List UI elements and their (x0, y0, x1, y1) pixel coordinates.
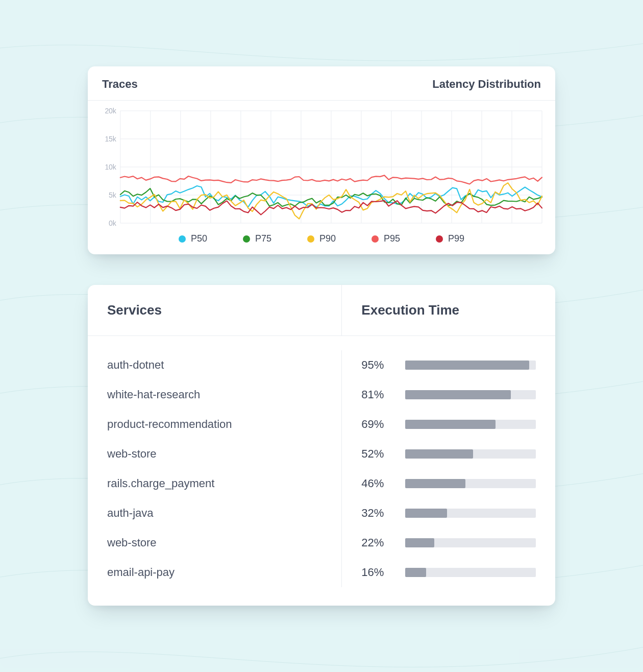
execution-bar-fill (405, 449, 473, 459)
legend-label: P95 (384, 233, 400, 244)
execution-bar (405, 538, 536, 547)
execution-percent: 16% (361, 566, 405, 579)
execution-time-row: 81% (361, 380, 536, 410)
legend-label: P90 (319, 233, 336, 244)
execution-time-header: Execution Time (342, 285, 555, 335)
service-row[interactable]: web-store (107, 439, 322, 469)
legend-dot-icon (436, 235, 443, 243)
service-name: web-store (107, 447, 157, 461)
legend-dot-icon (307, 235, 314, 243)
legend-label: P75 (255, 233, 271, 244)
execution-percent: 22% (361, 536, 405, 549)
execution-bar (405, 390, 536, 399)
service-name: rails.charge_payment (107, 477, 214, 490)
execution-time-row: 46% (361, 469, 536, 498)
execution-bar (405, 420, 536, 429)
legend-label: P99 (448, 233, 464, 244)
execution-bar-fill (405, 479, 465, 488)
execution-percent: 32% (361, 507, 405, 520)
service-name: auth-java (107, 507, 154, 520)
execution-bar (405, 509, 536, 518)
service-row[interactable]: email-api-pay (107, 558, 322, 587)
execution-bar-fill (405, 509, 447, 518)
service-name: product-recommendation (107, 418, 232, 431)
legend-dot-icon (243, 235, 250, 243)
execution-bar (405, 361, 536, 370)
svg-text:5k: 5k (109, 191, 116, 199)
svg-text:0k: 0k (109, 219, 116, 227)
execution-bar-fill (405, 538, 434, 547)
service-row[interactable]: rails.charge_payment (107, 469, 322, 498)
service-name: white-hat-research (107, 388, 200, 401)
legend-dot-icon (372, 235, 379, 243)
execution-time-row: 95% (361, 350, 536, 380)
legend-item-p50[interactable]: P50 (179, 233, 207, 244)
service-row[interactable]: auth-java (107, 498, 322, 528)
chart-title-left: Traces (102, 78, 138, 91)
latency-chart-card: Traces Latency Distribution 20k15k10k5k0… (88, 66, 555, 254)
execution-bar-fill (405, 568, 426, 577)
legend-item-p90[interactable]: P90 (307, 233, 336, 244)
execution-percent: 95% (361, 358, 405, 372)
service-row[interactable]: auth-dotnet (107, 350, 322, 380)
service-row[interactable]: white-hat-research (107, 380, 322, 410)
execution-bar-fill (405, 361, 529, 370)
execution-percent: 81% (361, 388, 405, 401)
legend-label: P50 (191, 233, 207, 244)
service-row[interactable]: web-store (107, 528, 322, 558)
service-name: email-api-pay (107, 566, 175, 579)
service-row[interactable]: product-recommendation (107, 410, 322, 439)
services-header: Services (88, 285, 342, 335)
execution-bar-fill (405, 390, 511, 399)
execution-time-row: 69% (361, 410, 536, 439)
svg-text:15k: 15k (105, 135, 116, 143)
execution-bar (405, 449, 536, 459)
services-card: Services Execution Time auth-dotnetwhite… (88, 285, 555, 606)
execution-time-row: 32% (361, 498, 536, 528)
execution-bar (405, 568, 536, 577)
legend-item-p75[interactable]: P75 (243, 233, 271, 244)
execution-time-row: 52% (361, 439, 536, 469)
execution-bar (405, 479, 536, 488)
service-name: web-store (107, 536, 157, 549)
execution-percent: 46% (361, 477, 405, 490)
service-name: auth-dotnet (107, 358, 164, 372)
latency-line-chart: 20k15k10k5k0k (98, 108, 545, 230)
execution-time-row: 16% (361, 558, 536, 587)
svg-text:10k: 10k (105, 163, 116, 171)
legend-item-p95[interactable]: P95 (372, 233, 400, 244)
execution-percent: 69% (361, 418, 405, 431)
chart-title-right: Latency Distribution (432, 78, 541, 91)
execution-time-row: 22% (361, 528, 536, 558)
svg-text:20k: 20k (105, 108, 116, 115)
legend-dot-icon (179, 235, 186, 243)
chart-legend: P50P75P90P95P99 (98, 233, 545, 244)
execution-bar-fill (405, 420, 495, 429)
execution-percent: 52% (361, 447, 405, 461)
legend-item-p99[interactable]: P99 (436, 233, 464, 244)
